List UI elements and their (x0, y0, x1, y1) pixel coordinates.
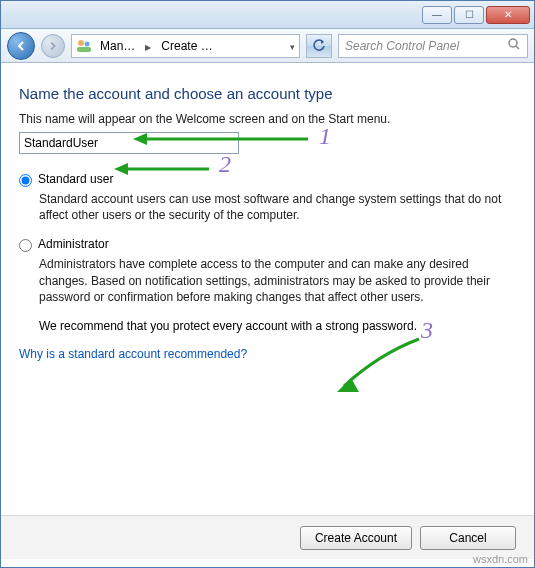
radio-standard-label: Standard user (38, 172, 113, 186)
create-account-button[interactable]: Create Account (300, 526, 412, 550)
breadcrumb-item[interactable]: Create … (157, 39, 216, 53)
search-box[interactable]: Search Control Panel (338, 34, 528, 58)
breadcrumb-item[interactable]: Man… (96, 39, 139, 53)
back-button[interactable] (7, 32, 35, 60)
account-name-input[interactable] (19, 132, 239, 154)
minimize-button[interactable]: — (422, 6, 452, 24)
page-subtext: This name will appear on the Welcome scr… (19, 112, 516, 126)
account-type-options: Standard user Standard account users can… (19, 172, 516, 333)
cancel-button[interactable]: Cancel (420, 526, 516, 550)
search-icon (507, 37, 521, 54)
svg-marker-9 (337, 378, 359, 392)
content-area: Name the account and choose an account t… (1, 63, 534, 361)
svg-point-3 (509, 39, 517, 47)
watermark: wsxdn.com (473, 553, 528, 565)
radio-admin-label: Administrator (38, 237, 109, 251)
maximize-button[interactable]: ☐ (454, 6, 484, 24)
password-recommend: We recommend that you protect every acco… (39, 319, 516, 333)
page-heading: Name the account and choose an account t… (19, 85, 516, 102)
forward-button[interactable] (41, 34, 65, 58)
breadcrumb-separator-icon (143, 39, 153, 53)
standard-desc: Standard account users can use most soft… (39, 191, 516, 223)
address-dropdown-icon[interactable] (290, 39, 295, 53)
svg-point-1 (85, 41, 90, 46)
radio-administrator[interactable] (19, 239, 32, 252)
refresh-button[interactable] (306, 34, 332, 58)
title-bar: — ☐ ✕ (1, 1, 534, 29)
svg-point-0 (78, 40, 84, 46)
navigation-bar: Man… Create … Search Control Panel (1, 29, 534, 63)
user-accounts-icon (76, 38, 92, 54)
svg-rect-2 (77, 47, 91, 52)
svg-line-4 (516, 46, 519, 49)
search-placeholder: Search Control Panel (345, 39, 459, 53)
footer-bar: Create Account Cancel (1, 515, 534, 559)
admin-desc: Administrators have complete access to t… (39, 256, 516, 305)
radio-standard-user[interactable] (19, 174, 32, 187)
close-button[interactable]: ✕ (486, 6, 530, 24)
why-standard-link[interactable]: Why is a standard account recommended? (19, 347, 247, 361)
address-bar[interactable]: Man… Create … (71, 34, 300, 58)
